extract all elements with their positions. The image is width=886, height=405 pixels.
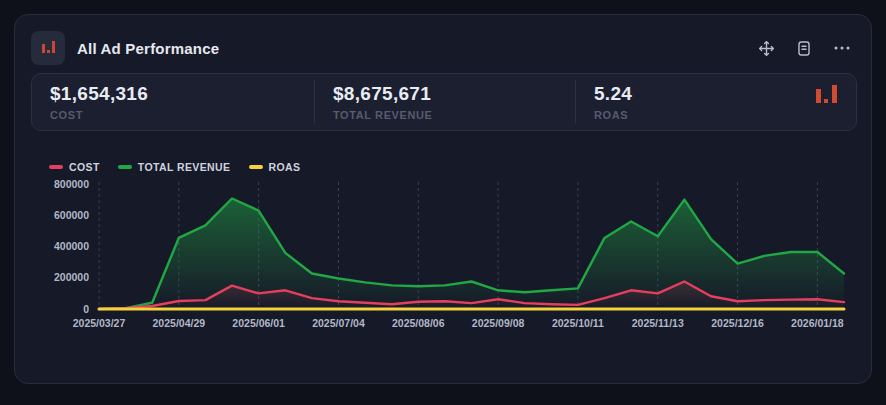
ad-performance-card: All Ad Performance xyxy=(14,14,872,384)
x-tick-label: 2025/06/01 xyxy=(232,317,285,329)
metrics-bar-chart-icon xyxy=(814,74,856,130)
x-tick-label: 2025/03/27 xyxy=(73,317,126,329)
metric-roas: 5.24 ROAS xyxy=(576,74,814,130)
metric-roas-label: ROAS xyxy=(594,109,814,121)
y-tick-label: 400000 xyxy=(54,240,89,252)
metric-cost-value: $1,654,316 xyxy=(50,83,314,105)
legend-swatch xyxy=(49,165,63,169)
more-options-icon[interactable] xyxy=(831,37,853,59)
chart-canvas[interactable]: 2025/03/272025/04/292025/06/012025/07/04… xyxy=(31,175,857,351)
card-header: All Ad Performance xyxy=(15,23,871,73)
x-tick-label: 2025/07/04 xyxy=(312,317,365,329)
card-toolbar xyxy=(755,37,853,59)
x-tick-label: 2025/04/29 xyxy=(153,317,206,329)
bar-chart-icon xyxy=(39,39,57,57)
notepad-icon[interactable] xyxy=(793,37,815,59)
legend-swatch xyxy=(118,165,132,169)
total-revenue-area xyxy=(99,199,844,310)
legend-item-cost[interactable]: COST xyxy=(49,161,100,173)
x-tick-label: 2025/12/16 xyxy=(711,317,764,329)
x-tick-label: 2025/10/11 xyxy=(552,317,604,329)
legend-item-total-revenue[interactable]: TOTAL REVENUE xyxy=(118,161,231,173)
performance-chart: COSTTOTAL REVENUEROAS 2025/03/272025/04/… xyxy=(31,159,857,373)
x-tick-label: 2025/11/13 xyxy=(632,317,684,329)
legend-label: ROAS xyxy=(269,161,301,173)
x-tick-label: 2025/08/06 xyxy=(392,317,445,329)
x-tick-label: 2026/01/18 xyxy=(791,317,844,329)
y-tick-label: 200000 xyxy=(54,271,89,283)
y-tick-label: 0 xyxy=(83,303,89,315)
card-badge xyxy=(31,31,65,65)
metric-roas-value: 5.24 xyxy=(594,83,814,105)
y-tick-label: 600000 xyxy=(54,209,89,221)
metrics-bar: $1,654,316 COST $8,675,671 TOTAL REVENUE… xyxy=(31,73,857,131)
legend-item-roas[interactable]: ROAS xyxy=(249,161,301,173)
legend-swatch xyxy=(249,165,263,169)
chart-legend: COSTTOTAL REVENUEROAS xyxy=(31,159,857,175)
metric-cost: $1,654,316 COST xyxy=(32,74,314,130)
metric-total-revenue-value: $8,675,671 xyxy=(333,83,575,105)
legend-label: COST xyxy=(69,161,100,173)
legend-label: TOTAL REVENUE xyxy=(138,161,231,173)
metric-cost-label: COST xyxy=(50,109,314,121)
move-icon[interactable] xyxy=(755,37,777,59)
x-tick-label: 2025/09/08 xyxy=(472,317,525,329)
y-tick-label: 800000 xyxy=(54,178,89,190)
metric-total-revenue: $8,675,671 TOTAL REVENUE xyxy=(315,74,575,130)
card-title: All Ad Performance xyxy=(77,40,219,57)
metric-total-revenue-label: TOTAL REVENUE xyxy=(333,109,575,121)
